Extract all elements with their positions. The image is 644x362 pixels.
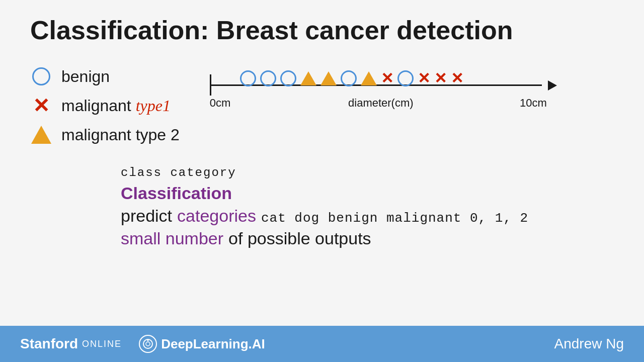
number-line-container: ✕ ✕ ✕ ✕ 0cm diameter(cm) 10cm [210,65,552,106]
x-icon-container: ✕ [30,95,52,117]
deeplearning-text: DeepLearning.AI [161,336,265,352]
predict-prefix: predict [121,206,172,226]
sym-x-4: ✕ [451,71,463,86]
benign-icon [30,65,52,87]
predict-categories: categories [177,206,256,226]
malignant-type1-label: malignant type1 [61,97,171,115]
type1-highlight: type1 [136,97,171,115]
sym-triangle-2 [320,71,337,85]
sym-x-3: ✕ [434,71,447,86]
predict-examples: cat dog benign malignant 0, 1, 2 [261,211,528,226]
small-number-line: small number of possible outputs [121,229,614,248]
handwritten-class-category: class category [121,166,614,179]
sym-x-1: ✕ [381,71,393,86]
deeplearning-icon [142,338,153,349]
sym-circle-4 [341,70,357,86]
legend-and-chart: benign ✕ malignant type1 malignant type … [30,60,614,146]
sym-circle-1 [240,70,256,86]
legend: benign ✕ malignant type1 malignant type … [30,65,180,146]
sym-x-2: ✕ [418,71,430,86]
svg-point-1 [146,342,150,346]
svg-point-2 [147,340,149,341]
possible-outputs-text: of possible outputs [228,229,371,248]
sym-circle-2 [260,70,276,86]
bottom-section: class category Classification predict ca… [30,166,614,248]
stanford-text: Stanford [20,336,78,352]
legend-item-benign: benign [30,65,180,87]
legend-item-malignant-type2: malignant type 2 [30,124,180,146]
number-line-arrow [548,80,557,90]
stanford-logo: Stanford ONLINE [20,336,122,352]
legend-item-malignant-type1: ✕ malignant type1 [30,95,180,117]
circle-icon [32,67,50,85]
malignant-type2-label: malignant type 2 [61,126,180,144]
triangle-icon [31,126,51,144]
sym-triangle-1 [300,71,316,85]
deeplearning-logo: DeepLearning.AI [139,335,265,353]
classification-label: Classification [121,184,614,203]
footer: Stanford ONLINE DeepLearning.AI Andrew N… [0,326,644,362]
small-number-text: small number [121,229,223,248]
triangle-icon-container [30,124,52,146]
main-content: Classification: Breast cancer detection … [0,0,644,326]
footer-left: Stanford ONLINE DeepLearning.AI [20,335,265,353]
predict-line: predict categories cat dog benign malign… [121,206,614,226]
axis-label-middle: diameter(cm) [348,97,414,110]
symbols-row: ✕ ✕ ✕ ✕ [240,70,463,86]
sym-circle-3 [280,70,296,86]
author-name: Andrew Ng [554,336,624,352]
axis-label-start: 0cm [210,97,231,110]
page-title: Classification: Breast cancer detection [30,15,614,45]
x-icon: ✕ [33,96,50,116]
online-text: ONLINE [82,339,122,349]
dl-icon [139,335,157,353]
sym-triangle-3 [361,71,377,85]
axis-label-end: 10cm [520,97,547,110]
chart-area: ✕ ✕ ✕ ✕ 0cm diameter(cm) 10cm [210,65,614,106]
sym-circle-5 [397,70,414,86]
benign-label: benign [61,67,110,86]
